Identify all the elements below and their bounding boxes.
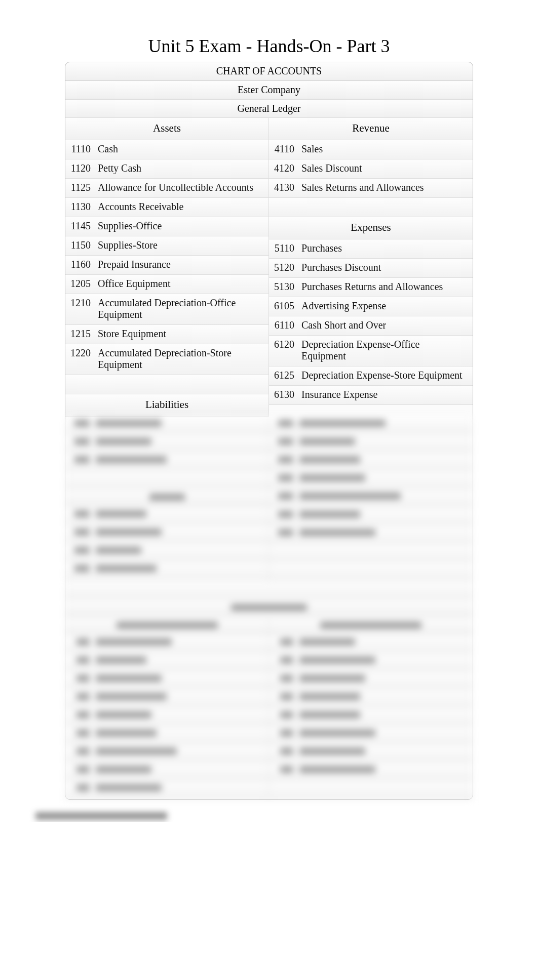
account-code: 1205 [65, 278, 98, 290]
account-code: 1125 [65, 182, 98, 193]
account-code: 1150 [65, 239, 98, 251]
account-label: Depreciation Expense-Store Equipment [301, 370, 473, 381]
account-code: 5110 [269, 242, 301, 254]
account-label: Accounts Receivable [98, 201, 268, 213]
table-row: 1145Supplies-Office [65, 217, 268, 236]
account-code: 1210 [65, 297, 98, 309]
table-row: 6110Cash Short and Over [269, 316, 473, 336]
account-code: 5120 [269, 262, 301, 273]
account-label: Accumulated Depreciation-Store Equipment [98, 347, 268, 371]
account-label: Supplies-Store [98, 239, 268, 251]
section-head-revenue: Revenue [269, 118, 473, 140]
account-label: Cash Short and Over [301, 319, 473, 331]
account-label: Insurance Expense [301, 389, 473, 400]
table-row: 1160Prepaid Insurance [65, 256, 268, 275]
section-head-expenses: Expenses [269, 217, 473, 239]
account-label: Purchases Returns and Allowances [301, 281, 473, 293]
account-code: 6130 [269, 389, 301, 400]
left-column: Assets 1110Cash 1120Petty Cash 1125Allow… [65, 118, 269, 417]
account-label: Depreciation Expense-Office Equipment [301, 339, 473, 362]
account-code: 4130 [269, 182, 301, 193]
account-code: 5130 [269, 281, 301, 293]
chart-of-accounts-sheet: CHART OF ACCOUNTS Ester Company General … [65, 62, 473, 800]
table-row: 1150Supplies-Store [65, 236, 268, 256]
account-label: Supplies-Office [98, 220, 268, 232]
account-code: 1220 [65, 347, 98, 359]
spacer [269, 198, 473, 217]
table-row: 5130Purchases Returns and Allowances [269, 278, 473, 297]
table-row: 6125Depreciation Expense-Store Equipment [269, 366, 473, 386]
sheet-header-3: General Ledger [65, 99, 473, 118]
account-code: 4120 [269, 162, 301, 174]
table-row: 1120Petty Cash [65, 159, 268, 179]
account-label: Cash [98, 143, 268, 155]
section-head-assets: Assets [65, 118, 268, 140]
table-row: 6120Depreciation Expense-Office Equipmen… [269, 336, 473, 366]
account-code: 1215 [65, 328, 98, 340]
table-row: 1220Accumulated Depreciation-Store Equip… [65, 344, 268, 375]
table-row: 1125Allowance for Uncollectible Accounts [65, 179, 268, 198]
table-row: 4110Sales [269, 140, 473, 159]
account-label: Petty Cash [98, 162, 268, 174]
table-row: 6130Insurance Expense [269, 386, 473, 405]
account-label: Office Equipment [98, 278, 268, 290]
footnote-blurred [35, 812, 538, 822]
sheet-header-2: Ester Company [65, 80, 473, 99]
right-column: Revenue 4110Sales 4120Sales Discount 413… [269, 118, 473, 417]
account-label: Accumulated Depreciation-Office Equipmen… [98, 297, 268, 320]
table-row: 1210Accumulated Depreciation-Office Equi… [65, 294, 268, 325]
table-row: 1205Office Equipment [65, 275, 268, 294]
account-label: Sales Returns and Allowances [301, 182, 473, 193]
account-label: Purchases [301, 242, 473, 254]
account-code: 1110 [65, 143, 98, 155]
table-row: 4120Sales Discount [269, 159, 473, 179]
account-code: 1145 [65, 220, 98, 232]
table-row: 1110Cash [65, 140, 268, 159]
table-row: 5110Purchases [269, 239, 473, 259]
table-row: 1130Accounts Receivable [65, 198, 268, 217]
account-code: 1160 [65, 259, 98, 270]
account-label: Sales Discount [301, 162, 473, 174]
blurred-content [65, 417, 473, 799]
table-row: 5120Purchases Discount [269, 259, 473, 278]
account-label: Prepaid Insurance [98, 259, 268, 270]
page-title: Unit 5 Exam - Hands-On - Part 3 [0, 35, 538, 57]
account-label: Sales [301, 143, 473, 155]
table-row: 4130Sales Returns and Allowances [269, 179, 473, 198]
account-label: Advertising Expense [301, 300, 473, 312]
account-code: 1120 [65, 162, 98, 174]
account-code: 6125 [269, 370, 301, 381]
account-label: Purchases Discount [301, 262, 473, 273]
sheet-header-1: CHART OF ACCOUNTS [65, 62, 473, 80]
account-code: 4110 [269, 143, 301, 155]
account-code: 6105 [269, 300, 301, 312]
account-code: 6120 [269, 339, 301, 350]
table-row: 6105Advertising Expense [269, 297, 473, 316]
account-label: Allowance for Uncollectible Accounts [98, 182, 268, 193]
account-code: 1130 [65, 201, 98, 213]
account-code: 6110 [269, 319, 301, 331]
account-label: Store Equipment [98, 328, 268, 340]
section-head-liabilities: Liabilities [65, 394, 268, 417]
table-row: 1215Store Equipment [65, 325, 268, 344]
spacer [65, 375, 268, 394]
